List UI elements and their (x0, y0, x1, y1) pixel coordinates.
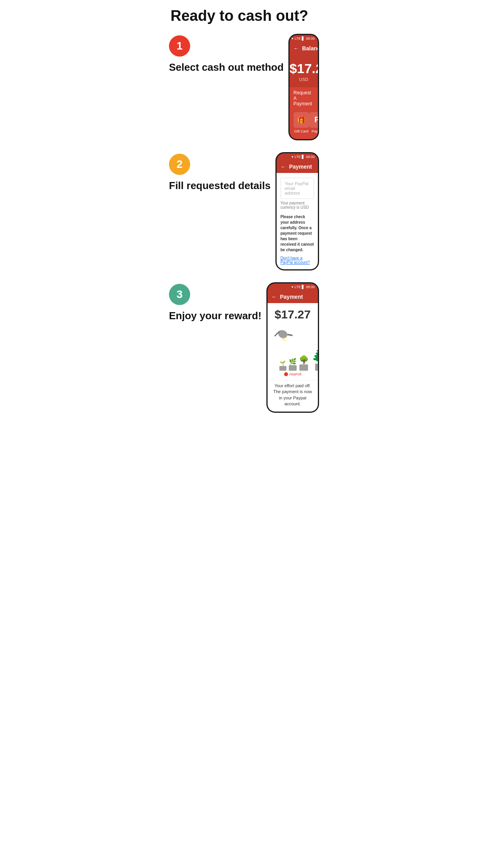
payment-form-screen: Your PayPal email address Your payment c… (277, 173, 318, 269)
phone-screen-1: ▾ LTE ▋ 08:00 ← Balance ⏱ ⋮ $17.27 USD R… (288, 34, 319, 140)
svg-point-4 (284, 340, 286, 341)
phone-screen-2: ▾ LTE ▋ 08:00 ← Payment Your PayPal emai… (275, 152, 319, 270)
giftcard-label: Gift Card (294, 129, 308, 133)
pot-body-1 (279, 366, 286, 371)
pot-body-2 (289, 365, 297, 371)
paypal-email-input[interactable]: Your PayPal email address (281, 178, 314, 199)
balance-currency: USD (290, 77, 318, 82)
success-amount: $17.27 (268, 303, 318, 324)
attapoll-logo-dot (284, 372, 288, 376)
step-3-label: Enjoy your reward! (169, 310, 262, 322)
step-1-row: 1 Select cash out method ▾ LTE ▋ 08:00 ←… (169, 34, 319, 140)
attapoll-brand: AttaPoll (284, 372, 301, 376)
back-icon-1[interactable]: ← (294, 45, 299, 51)
request-payment-label: Request A Payment (294, 90, 314, 107)
watering-can-icon (273, 324, 297, 346)
step-1-left: 1 Select cash out method (169, 34, 284, 74)
request-payment-section: Request A Payment 🎁 Gift Card P Paypal R… (290, 87, 318, 139)
success-message: Your effort paid off. The payment is now… (268, 380, 318, 412)
svg-point-0 (277, 329, 288, 340)
illustration-area: 🌱 🌿 🌳 (272, 327, 314, 371)
status-icons-2: ▾ LTE ▋ 08:00 (292, 155, 315, 159)
step-3-row: 3 Enjoy your reward! ▾ LTE ▋ 08:00 ← Pay… (169, 282, 319, 413)
currency-note: Your payment currency is USD (281, 201, 314, 210)
money-tree-icon: 🌲 (311, 346, 319, 364)
money-tree: 🌲 (311, 346, 319, 371)
step-1-badge: 1 (169, 35, 190, 57)
paypal-no-account-link[interactable]: Don't have a PayPal account? (281, 256, 314, 265)
giftcard-icon: 🎁 (294, 112, 309, 128)
svg-point-5 (282, 338, 283, 340)
big-pot-body (315, 364, 319, 371)
step-2-left: 2 Fill requested details (169, 152, 271, 192)
balance-section: $17.27 USD (290, 55, 318, 87)
payment-form-content: Your PayPal email address Your payment c… (277, 173, 318, 269)
payment-method-giftcard[interactable]: 🎁 Gift Card (294, 112, 309, 133)
phone-screen-3: ▾ LTE ▋ 08:00 ← Payment $17.27 (266, 282, 319, 413)
plant-3-icon: 🌳 (299, 355, 309, 364)
pot-body-3 (299, 364, 308, 371)
app-header-1: ← Balance ⏱ ⋮ (290, 42, 318, 55)
payment-method-paypal[interactable]: P Paypal (309, 112, 319, 133)
status-icons-3: ▾ LTE ▋ 08:00 (292, 285, 315, 289)
money-tree-illustration: 🌱 🌿 🌳 (268, 324, 318, 379)
back-icon-2[interactable]: ← (281, 164, 286, 170)
paypal-icon: P (309, 112, 319, 128)
step-2-row: 2 Fill requested details ▾ LTE ▋ 08:00 ←… (169, 152, 319, 270)
pots-row: 🌱 🌿 🌳 (279, 346, 319, 371)
step-2-badge: 2 (169, 154, 190, 175)
paypal-label: Paypal (312, 129, 319, 133)
payment-methods-row: 🎁 Gift Card P Paypal R Revolut 💝 Donate (294, 110, 314, 136)
plant-2-icon: 🌿 (289, 358, 297, 365)
svg-rect-1 (287, 334, 292, 336)
back-icon-3[interactable]: ← (272, 294, 277, 300)
status-bar-1: ▾ LTE ▋ 08:00 (290, 35, 318, 42)
step-3-badge: 3 (169, 284, 190, 305)
step-2-label: Fill requested details (169, 180, 271, 192)
step-1-label: Select cash out method (169, 61, 284, 74)
warning-text: Please check your address carefully. Onc… (281, 214, 314, 253)
step-3-left: 3 Enjoy your reward! (169, 282, 262, 322)
pot-2: 🌿 (289, 358, 297, 371)
pot-1: 🌱 (279, 360, 286, 371)
seedling-1-icon: 🌱 (280, 360, 286, 366)
status-bar-2: ▾ LTE ▋ 08:00 (277, 153, 318, 160)
status-bar-3: ▾ LTE ▋ 08:00 (268, 283, 318, 291)
success-screen: $17.27 (268, 303, 318, 412)
page-title: Ready to cash out? (169, 8, 319, 24)
app-header-3: ← Payment (268, 291, 318, 303)
balance-amount: $17.27 (290, 61, 318, 76)
status-icons-1: ▾ LTE ▋ 08:00 (292, 37, 315, 40)
app-header-2: ← Payment (277, 160, 318, 173)
pot-3: 🌳 (299, 355, 309, 371)
